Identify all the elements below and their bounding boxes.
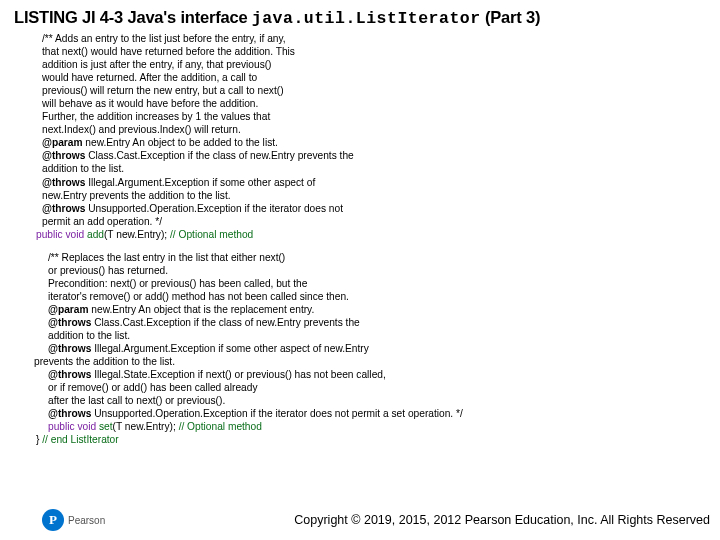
doc-line: after the last call to next() or previou…: [48, 394, 678, 407]
doc-line: addition to the list.: [48, 329, 678, 342]
throws-tag: @throws: [42, 203, 85, 214]
doc-param: @param new.Entry An object that is the r…: [48, 303, 678, 316]
keyword-public-void: public void: [36, 229, 87, 240]
method-signature: public void add(T new.Entry); // Optiona…: [36, 228, 678, 241]
listing-title: LISTING JI 4-3 Java's interface java.uti…: [0, 0, 720, 32]
doc-line: new.Entry prevents the addition to the l…: [42, 189, 678, 202]
throws-text: Unsupported.Operation.Exception if the i…: [85, 203, 343, 214]
doc-throws: @throws Class.Cast.Exception if the clas…: [42, 149, 678, 162]
param-text: new.Entry An object to be added to the l…: [83, 137, 278, 148]
doc-throws: @throws Illegal.Argument.Exception if so…: [48, 342, 678, 355]
doc-line: will behave as it would have before the …: [42, 97, 678, 110]
doc-throws: @throws Illegal.Argument.Exception if so…: [42, 176, 678, 189]
doc-line: addition is just after the entry, if any…: [42, 58, 678, 71]
doc-line: prevents the addition to the list.: [34, 355, 678, 368]
throws-tag: @throws: [48, 343, 91, 354]
throws-tag: @throws: [48, 317, 91, 328]
doc-throws: @throws Class.Cast.Exception if the clas…: [48, 316, 678, 329]
throws-text: Illegal.State.Exception if next() or pre…: [91, 369, 385, 380]
throws-text: Class.Cast.Exception if the class of new…: [85, 150, 353, 161]
doc-throws: @throws Illegal.State.Exception if next(…: [48, 368, 678, 381]
copyright-text: Copyright © 2019, 2015, 2012 Pearson Edu…: [294, 513, 710, 527]
method-params: (T new.Entry);: [104, 229, 170, 240]
javadoc-block-add: /** Adds an entry to the list just befor…: [0, 32, 720, 241]
end-comment: // end ListIterator: [42, 434, 118, 445]
doc-line: addition to the list.: [42, 162, 678, 175]
doc-throws: @throws Unsupported.Operation.Exception …: [48, 407, 678, 420]
doc-line: next.Index() and previous.Index() will r…: [42, 123, 678, 136]
keyword-public-void: public void: [48, 421, 99, 432]
throws-tag: @throws: [42, 177, 85, 188]
doc-line: /** Replaces the last entry in the list …: [48, 251, 678, 264]
doc-param: @param new.Entry An object to be added t…: [42, 136, 678, 149]
pearson-brand: Pearson: [68, 515, 105, 526]
throws-text: Unsupported.Operation.Exception if the i…: [91, 408, 463, 419]
method-name: set: [99, 421, 113, 432]
param-text: new.Entry An object that is the replacem…: [89, 304, 315, 315]
doc-line: Further, the addition increases by 1 the…: [42, 110, 678, 123]
throws-tag: @throws: [42, 150, 85, 161]
title-prefix: LISTING JI 4-3 Java's interface: [14, 8, 252, 26]
pearson-logo: P Pearson: [42, 509, 105, 531]
doc-line: Precondition: next() or previous() has b…: [48, 277, 678, 290]
title-suffix: (Part 3): [481, 8, 541, 26]
interface-close: } // end ListIterator: [0, 433, 720, 446]
doc-throws: @throws Unsupported.Operation.Exception …: [42, 202, 678, 215]
param-tag: @param: [42, 137, 83, 148]
throws-text: Illegal.Argument.Exception if some other…: [91, 343, 368, 354]
title-classname: java.util.ListIterator: [252, 9, 481, 28]
param-tag: @param: [48, 304, 89, 315]
pearson-logo-icon: P: [42, 509, 64, 531]
throws-tag: @throws: [48, 408, 91, 419]
doc-line: or if remove() or add() has been called …: [48, 381, 678, 394]
doc-line: /** Adds an entry to the list just befor…: [42, 32, 678, 45]
throws-tag: @throws: [48, 369, 91, 380]
throws-text: Illegal.Argument.Exception if some other…: [85, 177, 315, 188]
footer: P Pearson Copyright © 2019, 2015, 2012 P…: [0, 506, 720, 534]
throws-text: Class.Cast.Exception if the class of new…: [91, 317, 359, 328]
javadoc-block-set: /** Replaces the last entry in the list …: [0, 251, 720, 434]
doc-line: would have returned. After the addition,…: [42, 71, 678, 84]
doc-line: that next() would have returned before t…: [42, 45, 678, 58]
inline-comment: // Optional method: [179, 421, 262, 432]
doc-line: iterator's remove() or add() method has …: [48, 290, 678, 303]
doc-line: permit an add operation. */: [42, 215, 678, 228]
doc-line: or previous() has returned.: [48, 264, 678, 277]
method-signature: public void set(T new.Entry); // Optiona…: [48, 420, 678, 433]
doc-line: previous() will return the new entry, bu…: [42, 84, 678, 97]
method-name: add: [87, 229, 104, 240]
inline-comment: // Optional method: [170, 229, 253, 240]
method-params: (T new.Entry);: [113, 421, 179, 432]
